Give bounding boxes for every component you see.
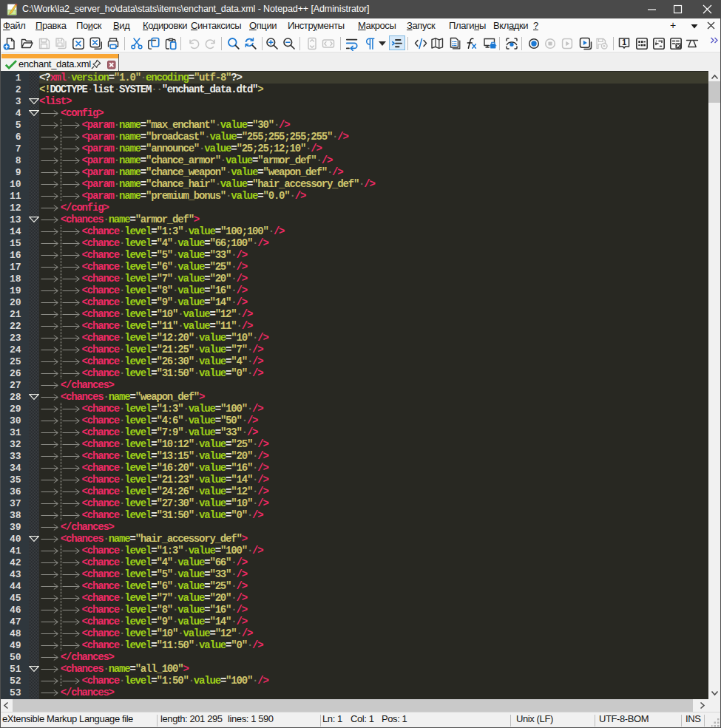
svg-text:1: 1 xyxy=(622,38,626,47)
